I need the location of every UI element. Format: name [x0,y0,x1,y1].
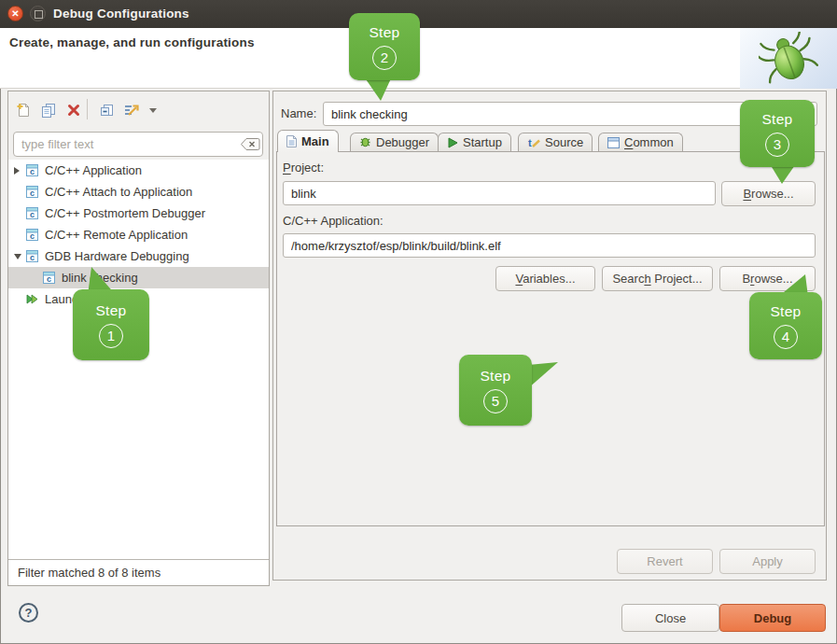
tree-item-label: C/C++ Remote Application [45,228,188,242]
tree-item-label: C/C++ Attach to Application [45,185,192,199]
step-1-callout: Step 1 [73,289,149,360]
clear-filter-icon [240,137,260,151]
step-number-badge: 5 [483,389,508,413]
project-label: Project: [283,161,324,175]
tab-label: Debugger [376,135,429,149]
search-project-button[interactable]: Search Project... [602,266,713,291]
browse-application-button[interactable]: Browse... [719,266,816,291]
step-number-badge: 3 [765,133,789,157]
new-configuration-button[interactable] [14,101,33,119]
debug-configurations-dialog: ✕ Debug Configurations Create, manage, a… [0,0,837,644]
main-tab-content [276,151,825,526]
debugger-bug-icon [359,136,371,148]
tab-label: Common [624,135,674,149]
new-configuration-icon [15,102,32,119]
svg-text:c: c [30,210,35,219]
svg-text:t: t [528,137,532,148]
tab-common[interactable]: Common [598,133,683,151]
name-label: Name: [281,106,316,120]
tab-label: Source [545,135,583,149]
launch-group-icon [25,292,39,306]
collapse-all-button[interactable] [98,101,117,119]
filter-input[interactable] [13,132,263,157]
window-close-button[interactable]: ✕ [7,6,23,21]
project-input[interactable] [283,181,716,205]
c-application-icon: c [25,185,39,199]
step-number-badge: 4 [774,325,798,349]
close-button[interactable]: Close [621,604,719,632]
duplicate-icon [40,102,57,119]
cpp-application-label: C/C++ Application: [283,214,384,228]
svg-text:c: c [30,189,35,198]
toolbar-menu-button[interactable] [146,101,160,119]
c-application-icon: c [25,228,39,242]
c-application-icon: c [25,249,39,263]
window-maximize-button[interactable] [30,6,46,21]
tab-label: Startup [463,135,502,149]
tree-item-label: C/C++ Application [45,163,142,177]
step-5-callout: Step 5 [459,355,532,426]
expander-expanded-icon[interactable] [14,254,25,259]
c-application-icon: c [25,206,39,220]
tab-debugger[interactable]: Debugger [350,133,439,151]
play-icon [447,137,458,148]
expander-collapsed-icon[interactable] [14,167,25,175]
tree-item-label: GDB Hardware Debugging [45,249,189,263]
step-2-callout: Step 2 [349,13,420,80]
header-title: Create, manage, and run configurations [9,35,255,49]
tree-item-label: blink checking [62,271,138,285]
tab-source[interactable]: t Source [518,133,593,151]
tab-main[interactable]: Main [277,130,339,152]
tree-item-gdb-hardware[interactable]: c GDB Hardware Debugging [8,245,269,267]
tree-item-cpp-attach[interactable]: c C/C++ Attach to Application [8,181,269,203]
window-title: Debug Configurations [53,0,189,28]
tree-item-label: C/C++ Postmortem Debugger [45,206,205,220]
source-icon: t [527,136,540,148]
filter-icon [122,102,141,119]
tree-item-cpp-application[interactable]: c C/C++ Application [8,160,269,181]
clear-filter-button[interactable] [240,137,260,151]
tree-item-blink-checking[interactable]: c blink checking [8,267,269,288]
c-application-icon: c [25,163,39,177]
cpp-application-input[interactable] [283,233,816,258]
c-application-icon: c [42,271,56,285]
toolbar-separator [87,99,88,119]
svg-text:c: c [30,167,35,176]
tree-item-cpp-remote[interactable]: c C/C++ Remote Application [8,224,269,245]
step-3-callout: Step 3 [740,100,815,167]
help-button[interactable]: ? [19,603,38,623]
window-icon [607,137,620,148]
menu-dropdown-icon [148,106,158,114]
step-4-callout: Step 4 [749,292,822,359]
svg-text:c: c [30,231,35,241]
document-icon [286,135,297,147]
debug-button[interactable]: Debug [719,604,826,632]
tree-item-cpp-postmortem[interactable]: c C/C++ Postmortem Debugger [8,203,269,224]
filter-status-text: Filter matched 8 of 8 items [8,559,269,585]
revert-button[interactable]: Revert [617,549,713,574]
duplicate-configuration-button[interactable] [39,101,58,119]
filter-configurations-button[interactable] [122,101,141,119]
variables-button[interactable]: Variables... [495,266,595,291]
step-number-badge: 1 [99,324,123,348]
debug-banner [740,28,837,89]
svg-text:c: c [47,274,51,284]
tab-startup[interactable]: Startup [438,133,511,151]
svg-text:c: c [30,253,35,262]
collapse-all-icon [99,102,116,119]
step-number-badge: 2 [372,46,397,70]
tab-label: Main [301,134,329,148]
delete-icon [65,102,82,119]
browse-project-button[interactable]: Browse... [721,181,816,206]
delete-configuration-button[interactable] [64,101,83,119]
apply-button[interactable]: Apply [719,549,816,574]
bug-icon [759,32,818,86]
